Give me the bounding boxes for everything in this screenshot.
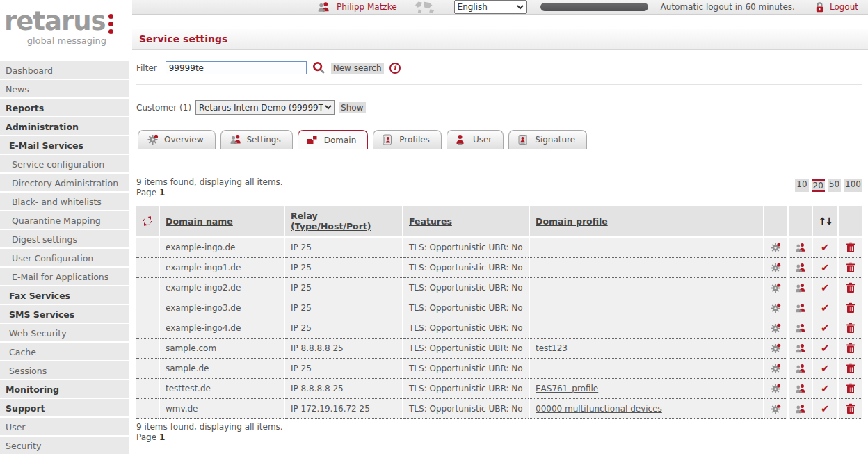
search-icon[interactable] [312, 61, 326, 74]
row-activate-button[interactable]: ✔ [812, 318, 838, 339]
row-users-button[interactable] [788, 237, 812, 258]
row-activate-button[interactable]: ✔ [812, 399, 838, 419]
row-users-button[interactable] [788, 379, 812, 399]
info-icon[interactable]: i [389, 63, 401, 74]
row-flag-cell [136, 258, 159, 278]
tab-bar: Overview Settings Domain Profiles User S… [136, 130, 862, 149]
row-activate-button[interactable]: ✔ [812, 298, 838, 318]
sidebar-item-support[interactable]: Support [0, 399, 129, 418]
customer-select[interactable]: Retarus Intern Demo (99999TE [195, 100, 335, 115]
sidebar-item-web-security[interactable]: Web Security [0, 324, 129, 343]
row-activate-button[interactable]: ✔ [812, 237, 838, 258]
sidebar-item-e-mail-services[interactable]: E-Mail Services [0, 136, 129, 155]
row-delete-button[interactable] [838, 298, 862, 318]
sidebar-item-user-configuration[interactable]: User Configuration [0, 249, 129, 268]
row-settings-button[interactable] [764, 237, 788, 258]
sidebar-item-label: SMS Services [9, 309, 74, 320]
row-settings-button[interactable] [764, 278, 788, 298]
tab-overview[interactable]: Overview [138, 130, 216, 149]
sidebar-item-service-configuration[interactable]: Service configuration [0, 155, 129, 174]
page-title-bar: Service settings [132, 29, 868, 50]
row-settings-button[interactable] [764, 399, 788, 419]
sidebar-item-user[interactable]: User [0, 418, 129, 437]
row-delete-button[interactable] [838, 258, 862, 278]
new-search-link[interactable]: New search [331, 63, 384, 74]
sidebar-item-news[interactable]: News [0, 80, 129, 99]
domain-profile-link[interactable]: test123 [536, 343, 568, 353]
sidebar-item-dashboard[interactable]: Dashboard [0, 61, 129, 80]
sidebar-item-monitoring[interactable]: Monitoring [0, 380, 129, 399]
column-header-relay[interactable]: Relay (Type/Host/Port) [284, 206, 403, 237]
row-settings-button[interactable] [764, 339, 788, 359]
tab-label: Signature [535, 135, 575, 145]
column-header-domain-name[interactable]: Domain name [159, 206, 284, 237]
sidebar-item-cache[interactable]: Cache [0, 343, 129, 361]
column-header-domain-profile[interactable]: Domain profile [529, 206, 764, 237]
row-delete-button[interactable] [838, 339, 862, 359]
sort-icon[interactable]: ↑↓ [812, 206, 838, 237]
row-users-button[interactable] [788, 318, 812, 339]
sidebar-item-directory-administration[interactable]: Directory Administration [0, 174, 129, 193]
row-delete-button[interactable] [838, 237, 862, 258]
row-delete-button[interactable] [838, 278, 862, 298]
row-activate-button[interactable]: ✔ [812, 359, 838, 379]
sidebar-item-label: Web Security [9, 328, 67, 339]
tab-label: User [473, 135, 492, 145]
tab-domain[interactable]: Domain [298, 130, 369, 149]
row-users-button[interactable] [788, 359, 812, 379]
row-settings-button[interactable] [764, 359, 788, 379]
tab-user[interactable]: User [447, 130, 504, 149]
tab-signature[interactable]: Signature [508, 130, 587, 149]
cell-domain-name: example-ingo2.de [159, 278, 284, 298]
table-row: testtest.de IP 8.8.8.8 25 TLS: Opportuni… [136, 379, 862, 399]
sidebar-item-quarantine-mapping[interactable]: Quarantine Mapping [0, 211, 129, 230]
sidebar-nav: DashboardNewsReportsAdministrationE-Mail… [0, 61, 129, 455]
row-settings-button[interactable] [764, 258, 788, 278]
auto-logout-text: Automatic logout in 60 minutes. [661, 2, 795, 12]
row-users-button[interactable] [788, 399, 812, 419]
row-users-button[interactable] [788, 298, 812, 318]
check-icon: ✔ [821, 322, 830, 334]
row-users-button[interactable] [788, 278, 812, 298]
sidebar-item-black-and-whitelists[interactable]: Black- and whitelists [0, 193, 129, 211]
page-label: Page [136, 188, 156, 197]
row-delete-button[interactable] [838, 318, 862, 339]
refresh-icon[interactable] [136, 206, 159, 237]
row-activate-button[interactable]: ✔ [812, 379, 838, 399]
table-row: example-ingo3.de IP 25 TLS: Opportunisti… [136, 298, 862, 318]
page-size-20[interactable]: 20 [812, 179, 825, 192]
show-button[interactable]: Show [339, 102, 365, 113]
sidebar-item-security[interactable]: Security [0, 437, 129, 455]
row-settings-button[interactable] [764, 298, 788, 318]
domain-profile-link[interactable]: 00000 multifunctional devices [536, 404, 662, 414]
row-users-button[interactable] [788, 258, 812, 278]
row-delete-button[interactable] [838, 359, 862, 379]
sidebar-item-sms-services[interactable]: SMS Services [0, 305, 129, 324]
row-delete-button[interactable] [838, 399, 862, 419]
row-users-button[interactable] [788, 339, 812, 359]
sidebar-item-digest-settings[interactable]: Digest settings [0, 230, 129, 249]
page-size-50[interactable]: 50 [828, 179, 841, 192]
filter-input[interactable] [166, 61, 307, 74]
results-header-row: 9 items found, displaying all items. Pag… [136, 177, 862, 198]
row-delete-button[interactable] [838, 379, 862, 399]
language-select[interactable]: English [454, 0, 527, 14]
sidebar-item-administration[interactable]: Administration [0, 117, 129, 136]
sidebar-item-fax-services[interactable]: Fax Services [0, 286, 129, 305]
page-size-10[interactable]: 10 [795, 179, 808, 192]
row-settings-button[interactable] [764, 379, 788, 399]
domain-profile-link[interactable]: EAS761_profile [536, 384, 598, 393]
row-activate-button[interactable]: ✔ [812, 278, 838, 298]
tab-profiles[interactable]: Profiles [373, 130, 442, 149]
column-header-features[interactable]: Features [403, 206, 529, 237]
logout-button[interactable]: Logout [814, 1, 858, 13]
sidebar-item-reports[interactable]: Reports [0, 99, 129, 117]
row-activate-button[interactable]: ✔ [812, 258, 838, 278]
page-size-100[interactable]: 100 [844, 179, 862, 192]
sidebar-item-e-mail-for-applications[interactable]: E-Mail for Applications [0, 268, 129, 286]
app-window: retarus global messaging DashboardNewsRe… [0, 0, 868, 456]
row-settings-button[interactable] [764, 318, 788, 339]
tab-settings[interactable]: Settings [220, 130, 293, 149]
row-activate-button[interactable]: ✔ [812, 339, 838, 359]
sidebar-item-sessions[interactable]: Sessions [0, 361, 129, 380]
